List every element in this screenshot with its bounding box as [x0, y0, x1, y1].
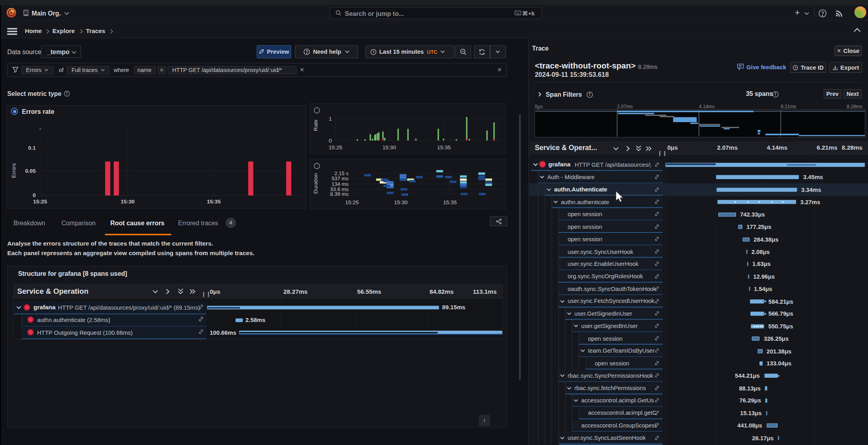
svg-text:0: 0 — [33, 192, 36, 198]
svg-text:1: 1 — [329, 116, 332, 122]
svg-text:15:35: 15:35 — [443, 199, 457, 205]
svg-text:15:30: 15:30 — [121, 199, 135, 205]
svg-text:0: 0 — [329, 138, 332, 144]
svg-text:15:25: 15:25 — [33, 199, 47, 205]
svg-text:15:25: 15:25 — [329, 144, 342, 150]
svg-text:0.1: 0.1 — [28, 145, 36, 151]
svg-text:15:35: 15:35 — [207, 199, 221, 205]
svg-text:8.39 ms: 8.39 ms — [330, 191, 349, 197]
svg-text:15:25: 15:25 — [345, 199, 359, 205]
svg-text:15:30: 15:30 — [394, 199, 408, 205]
svg-text:15:30: 15:30 — [382, 144, 396, 150]
svg-text:15:35: 15:35 — [437, 144, 451, 150]
svg-text:0.05: 0.05 — [25, 168, 36, 174]
